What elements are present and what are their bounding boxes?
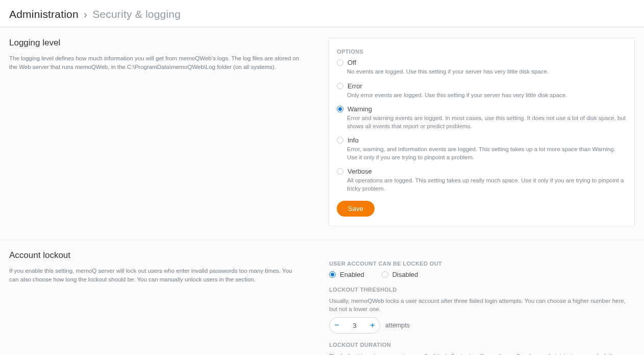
lockout-enable-group: Enabled Disabled <box>329 271 634 278</box>
radio-off-desc: No events are logged. Use this setting i… <box>347 68 626 76</box>
radio-disabled[interactable] <box>382 271 388 278</box>
logging-option-warning[interactable]: Warning Error and warning events are log… <box>337 105 626 130</box>
logging-options-panel: OPTIONS Off No events are logged. Use th… <box>328 38 635 226</box>
section-title: Logging level <box>9 38 303 48</box>
logging-option-error[interactable]: Error Only error events are logged. Use … <box>337 82 626 100</box>
breadcrumb-current: Security & logging <box>92 8 181 20</box>
radio-info[interactable] <box>337 137 343 144</box>
threshold-value: 3 <box>344 322 365 329</box>
radio-enabled-label[interactable]: Enabled <box>340 271 364 278</box>
section-left: Account lockout If you enable this setti… <box>9 250 308 355</box>
options-group-label: OPTIONS <box>337 49 626 55</box>
lockout-disabled-option[interactable]: Disabled <box>382 271 418 278</box>
section-account-lockout: Account lockout If you enable this setti… <box>0 240 644 355</box>
logging-option-info[interactable]: Info Error, warning, and information eve… <box>337 136 626 161</box>
radio-error-label[interactable]: Error <box>348 82 362 90</box>
radio-verbose-label[interactable]: Verbose <box>348 168 372 175</box>
chevron-right-icon: › <box>84 8 87 20</box>
radio-warning-label[interactable]: Warning <box>348 105 372 113</box>
radio-verbose[interactable] <box>337 168 343 175</box>
logging-option-verbose[interactable]: Verbose All operations are logged. This … <box>337 168 626 193</box>
radio-off[interactable] <box>337 59 343 66</box>
logging-option-off[interactable]: Off No events are logged. Use this setti… <box>337 59 626 76</box>
breadcrumb: Administration › Security & logging <box>9 8 635 20</box>
radio-info-desc: Error, warning, and information events a… <box>347 146 626 161</box>
radio-warning[interactable] <box>337 106 343 112</box>
lockout-enabled-option[interactable]: Enabled <box>329 271 364 278</box>
threshold-label: LOCKOUT THRESHOLD <box>329 287 634 293</box>
section-left: Logging level The logging level defines … <box>9 38 308 226</box>
lockout-enable-label: USER ACCOUNT CAN BE LOCKED OUT <box>329 261 634 267</box>
radio-enabled[interactable] <box>329 271 336 278</box>
section-title: Account lockout <box>9 250 303 261</box>
radio-warning-desc: Error and warning events are logged. In … <box>347 114 626 130</box>
section-logging-level: Logging level The logging level defines … <box>0 27 644 240</box>
threshold-stepper-row: − 3 + attempts <box>329 317 634 334</box>
radio-error[interactable] <box>337 83 343 89</box>
duration-label: LOCKOUT DURATION <box>329 342 634 348</box>
threshold-stepper[interactable]: − 3 + <box>329 317 380 334</box>
radio-error-desc: Only error events are logged. Use this s… <box>347 91 626 100</box>
save-button[interactable]: Save <box>337 201 375 217</box>
radio-verbose-desc: All operations are logged. This setting … <box>347 177 626 193</box>
breadcrumb-root[interactable]: Administration <box>9 8 79 20</box>
lockout-panel: USER ACCOUNT CAN BE LOCKED OUT Enabled D… <box>328 250 635 355</box>
radio-info-label[interactable]: Info <box>348 136 359 144</box>
radio-off-label[interactable]: Off <box>348 59 356 66</box>
page-header: Administration › Security & logging <box>0 0 644 27</box>
plus-icon[interactable]: + <box>365 318 380 333</box>
duration-desc: The lockout is not permanent: normally, … <box>329 352 634 355</box>
minus-icon[interactable]: − <box>330 318 344 333</box>
threshold-desc: Usually, memoQWeb locks a user account a… <box>329 297 634 313</box>
radio-disabled-label[interactable]: Disabled <box>392 271 418 278</box>
threshold-unit: attempts <box>385 322 410 329</box>
section-description: The logging level defines how much infor… <box>9 54 303 71</box>
section-description: If you enable this setting, memoQ server… <box>9 267 303 283</box>
